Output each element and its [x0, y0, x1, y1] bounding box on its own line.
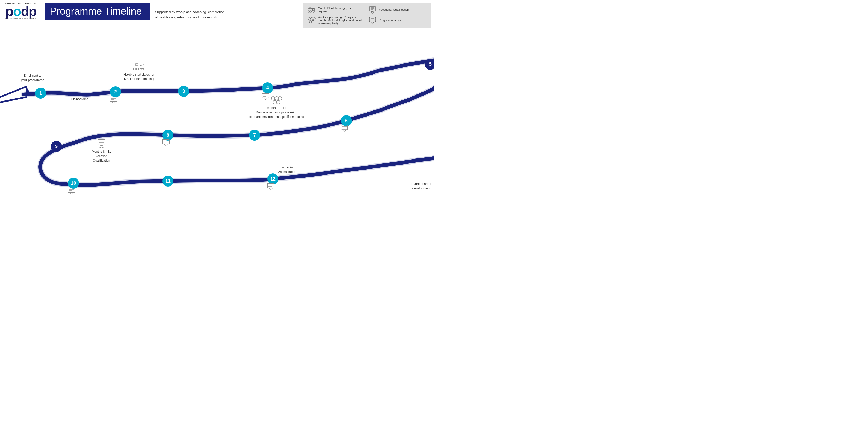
timeline-svg — [0, 0, 434, 217]
svg-point-36 — [278, 97, 282, 100]
stage-1: 1 — [35, 88, 46, 99]
label-vocation: Months 8 - 11VocationQualification — [92, 139, 111, 163]
svg-line-23 — [0, 97, 26, 102]
legend-workshop-label: Workshop learning - 2 days per month (Ma… — [318, 16, 366, 25]
legend-progress-reviews: Progress reviews — [368, 16, 427, 25]
label-epa: End PointAssessment — [278, 165, 295, 174]
stage-9: 9 — [51, 141, 62, 152]
svg-rect-55 — [68, 188, 75, 193]
svg-rect-51 — [162, 139, 169, 144]
svg-marker-24 — [26, 87, 30, 94]
label-workshops: Months 1 - 11Range of workshops covering… — [249, 94, 304, 119]
svg-point-14 — [310, 18, 313, 20]
label-onboarding: On-boarding — [71, 97, 88, 101]
stage-3: 3 — [178, 86, 189, 97]
workshop-icon — [307, 16, 316, 24]
icon-review-stage8 — [162, 139, 169, 146]
stage-5: 5 — [425, 59, 434, 70]
onboarding-dot — [80, 93, 83, 96]
svg-point-16 — [309, 21, 312, 23]
label-enrolment: Enrolment toyour programme — [21, 73, 44, 83]
legend-vocational: Vocational Qualification — [368, 5, 427, 14]
legend: Mobile Plant Training (where required) V… — [303, 3, 431, 28]
svg-point-38 — [277, 100, 280, 104]
svg-line-22 — [0, 87, 26, 97]
icon-review-stage2 — [110, 97, 117, 103]
svg-point-15 — [313, 18, 315, 20]
stage-6: 6 — [341, 115, 352, 126]
entry-arrows — [0, 87, 30, 102]
logo-podp: podp — [5, 4, 39, 18]
icon-review-stage6 — [341, 125, 348, 132]
svg-point-10 — [372, 11, 374, 13]
stage-12: 12 — [268, 174, 278, 184]
svg-line-27 — [404, 157, 433, 161]
legend-mobile-plant: Mobile Plant Training (where required) — [307, 5, 366, 14]
stage-7: 7 — [249, 130, 260, 141]
legend-vocational-label: Vocational Qualification — [379, 8, 409, 11]
mobile-plant-icon — [307, 5, 316, 14]
legend-grid: Mobile Plant Training (where required) V… — [307, 5, 427, 25]
svg-rect-18 — [369, 17, 376, 22]
subtitle: Supported by workplace coaching, complet… — [155, 9, 225, 20]
legend-mobile-plant-label: Mobile Plant Training (where required) — [318, 6, 366, 13]
icon-review-stage4 — [262, 93, 269, 100]
logo-area: PROFESSIONAL OPERATOR podp DEVELOPMENT P… — [5, 3, 39, 20]
label-further-career: Further careerdevelopment — [411, 182, 431, 191]
stage-2: 2 — [110, 86, 121, 97]
svg-line-25 — [414, 157, 433, 159]
progress-reviews-label: Progress reviews — [379, 19, 401, 22]
svg-point-37 — [273, 100, 277, 104]
stage-4: 4 — [262, 83, 273, 93]
logo-dev-text: DEVELOPMENT PROGRAMME — [5, 18, 39, 20]
svg-rect-43 — [110, 97, 117, 101]
svg-point-13 — [308, 18, 310, 20]
stage-11: 11 — [162, 176, 174, 187]
svg-rect-59 — [268, 183, 274, 188]
page-title: Programme Timeline — [50, 6, 142, 17]
svg-rect-63 — [98, 140, 105, 145]
vocational-icon — [368, 5, 377, 14]
svg-point-17 — [312, 21, 314, 23]
icon-review-stage12 — [267, 183, 275, 190]
legend-workshop: Workshop learning - 2 days per month (Ma… — [307, 16, 366, 25]
svg-point-67 — [100, 145, 103, 148]
svg-point-35 — [275, 97, 278, 100]
svg-marker-26 — [432, 156, 434, 159]
svg-rect-47 — [341, 125, 348, 130]
label-flexible-start: Flexible start dates forMobile Plant Tra… — [123, 63, 154, 81]
title-block: Programme Timeline — [44, 3, 150, 20]
progress-reviews-icon — [368, 16, 377, 24]
stage-10: 10 — [68, 178, 79, 189]
svg-point-34 — [271, 97, 275, 100]
svg-marker-21 — [371, 22, 374, 23]
svg-rect-39 — [262, 93, 269, 98]
icon-review-stage10 — [68, 188, 75, 194]
